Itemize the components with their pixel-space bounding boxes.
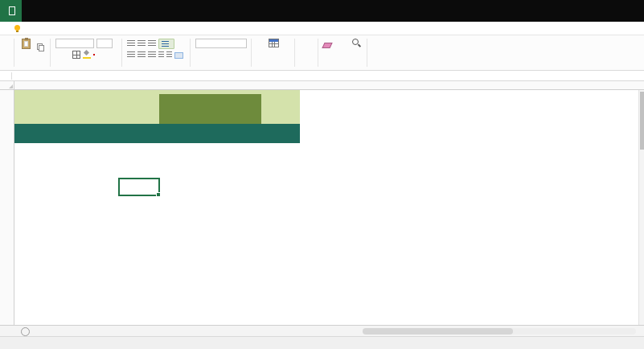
ribbon-group-number	[191, 35, 252, 70]
font-size-select[interactable]	[96, 39, 113, 48]
excel-online-app	[0, 0, 644, 349]
align-left-icon[interactable]	[127, 51, 135, 59]
select-all-corner[interactable]	[0, 81, 14, 89]
ribbon-tab-bar	[0, 22, 644, 35]
wrap-text-icon	[162, 41, 169, 47]
delete-button[interactable]	[309, 39, 314, 42]
tell-me-box[interactable]	[14, 22, 23, 35]
table-icon	[269, 39, 279, 47]
horizontal-scrollbar-thumb[interactable]	[363, 328, 513, 335]
merge-center-icon	[174, 52, 183, 59]
ribbon-group-editing	[318, 35, 367, 70]
find-icon	[352, 39, 360, 47]
paste-button[interactable]	[19, 39, 33, 51]
vertical-scrollbar[interactable]	[638, 90, 644, 325]
find-button[interactable]	[350, 39, 363, 48]
borders-button[interactable]	[72, 51, 80, 59]
align-center-icon[interactable]	[137, 51, 146, 59]
ribbon-group-font	[51, 35, 122, 70]
insert-button[interactable]	[300, 39, 305, 42]
horizontal-scrollbar[interactable]	[363, 328, 636, 335]
cells-area[interactable]	[14, 90, 644, 325]
decrease-indent-icon[interactable]	[158, 51, 164, 59]
increase-indent-icon[interactable]	[166, 51, 172, 59]
number-format-select[interactable]	[195, 39, 247, 48]
column-header-row	[0, 81, 644, 90]
copy-button[interactable]	[37, 43, 46, 51]
align-right-icon[interactable]	[148, 51, 156, 59]
add-sheet-button[interactable]	[21, 327, 30, 336]
spreadsheet	[0, 81, 644, 325]
wrap-text-button[interactable]	[158, 39, 174, 49]
align-bottom-icon[interactable]	[148, 40, 156, 47]
clear-button[interactable]	[323, 43, 336, 48]
format-as-table-button[interactable]	[256, 39, 290, 51]
table-header-row	[14, 124, 300, 143]
fill-color-button[interactable]	[83, 51, 91, 59]
paste-icon	[22, 39, 31, 49]
copy-icon	[37, 43, 43, 51]
excel-logo-book-icon	[9, 6, 15, 15]
row-headers	[0, 90, 14, 325]
monthly-payment-cell[interactable]	[159, 94, 261, 124]
ribbon-group-clipboard	[14, 35, 51, 70]
footnote-row	[14, 228, 300, 242]
content-layer	[14, 90, 644, 325]
ribbon-group-alignment	[122, 35, 191, 70]
ribbon-group-cells	[295, 35, 318, 70]
sheet-tab-bar	[0, 325, 644, 336]
ribbon-group-undo	[0, 35, 14, 70]
status-bar	[0, 336, 644, 349]
sort-button[interactable]	[340, 39, 346, 40]
formula-bar	[0, 71, 644, 81]
merge-center-button[interactable]	[174, 52, 186, 59]
align-top-icon[interactable]	[127, 40, 135, 47]
font-color-button[interactable]	[93, 54, 95, 55]
ribbon	[0, 35, 644, 71]
eraser-icon	[322, 43, 332, 48]
ribbon-group-tables	[252, 35, 295, 70]
grid-body	[0, 90, 644, 325]
align-middle-icon[interactable]	[137, 40, 146, 47]
lightbulb-icon	[14, 25, 20, 32]
selected-cell-C6[interactable]	[118, 178, 160, 196]
sheet-nav	[0, 326, 15, 336]
top-bar	[0, 0, 644, 22]
font-name-select[interactable]	[55, 39, 94, 48]
excel-logo[interactable]	[0, 0, 22, 22]
formula-bar-divider	[11, 72, 12, 80]
vertical-scrollbar-thumb[interactable]	[640, 92, 644, 150]
